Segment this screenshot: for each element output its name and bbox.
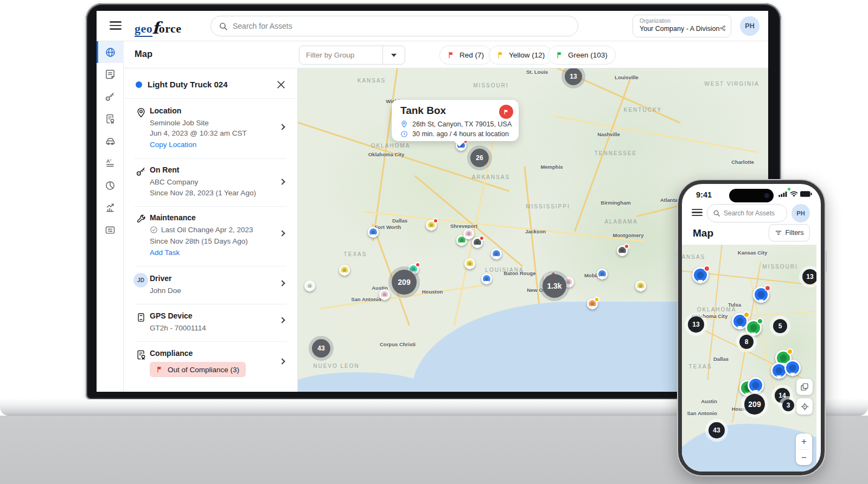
add-task-link[interactable]: Add Task bbox=[150, 249, 180, 257]
nav-analytics[interactable] bbox=[97, 197, 124, 219]
filter-yellow-flags[interactable]: Yellow (12) bbox=[489, 46, 553, 65]
nav-vehicles[interactable] bbox=[97, 130, 124, 152]
map-cluster[interactable]: 1.3k bbox=[542, 274, 566, 298]
name-list-icon: A bbox=[105, 158, 116, 169]
map-pin[interactable] bbox=[379, 289, 390, 300]
map-cluster[interactable]: 43 bbox=[312, 339, 330, 358]
nav-settings[interactable] bbox=[97, 219, 124, 241]
svg-text:A: A bbox=[106, 158, 110, 164]
map-cluster[interactable]: 26 bbox=[470, 149, 489, 167]
map-pin[interactable] bbox=[464, 258, 475, 269]
copy-location-link[interactable]: Copy Location bbox=[150, 141, 196, 149]
asset-header: Light Duty Truck 024 bbox=[124, 68, 297, 99]
gps-device-id: GT2h - 70001114 bbox=[150, 324, 206, 332]
section-title-on-rent: On Rent bbox=[150, 165, 179, 174]
map-label: KANSAS bbox=[682, 254, 705, 260]
user-avatar[interactable]: PH bbox=[740, 16, 760, 36]
map-cluster[interactable]: 209 bbox=[392, 270, 417, 295]
map-cluster[interactable]: 13 bbox=[802, 269, 816, 284]
map-pin[interactable] bbox=[617, 245, 628, 256]
chevron-right-icon[interactable] bbox=[279, 317, 285, 323]
close-icon[interactable] bbox=[276, 79, 286, 90]
compliance-doc-icon bbox=[136, 349, 146, 360]
chevron-right-icon[interactable] bbox=[279, 179, 285, 184]
map-cluster[interactable]: 5 bbox=[773, 319, 787, 333]
map-pin[interactable] bbox=[339, 265, 350, 276]
filter-green-flags[interactable]: Green (103) bbox=[548, 46, 616, 65]
asset-popup[interactable]: Tank Box 26th St, Canyon, TX 79015, USA … bbox=[392, 100, 519, 141]
adjustments-icon bbox=[105, 225, 116, 235]
search-input[interactable] bbox=[233, 22, 570, 30]
red-flag-icon bbox=[156, 366, 164, 373]
map-cluster[interactable]: 13 bbox=[565, 68, 582, 85]
map-pin[interactable] bbox=[748, 377, 764, 393]
filter-red-flags[interactable]: Red (7) bbox=[439, 46, 492, 65]
zoom-out-button[interactable]: − bbox=[796, 450, 812, 466]
map-pin[interactable] bbox=[784, 360, 801, 376]
map-canvas[interactable]: KANSASMISSOURIOKLAHOMATEXASKansas CityTu… bbox=[682, 245, 816, 472]
map-pin[interactable] bbox=[472, 237, 483, 248]
map-pin[interactable] bbox=[426, 220, 437, 231]
yellow-flag-icon bbox=[497, 51, 505, 59]
filters-button[interactable]: Filters bbox=[769, 224, 810, 241]
maintenance-since: Since Nov 28th (15 Days Ago) bbox=[150, 237, 248, 245]
group-filter-dropdown[interactable]: Filter by Group bbox=[299, 46, 405, 65]
locate-button[interactable] bbox=[796, 398, 813, 415]
nav-rentals[interactable] bbox=[97, 86, 124, 107]
menu-icon[interactable] bbox=[110, 21, 122, 30]
nav-drivers[interactable]: A bbox=[97, 152, 124, 174]
green-flag-icon bbox=[556, 51, 564, 59]
vehicle-icon bbox=[105, 136, 116, 147]
location-site: Seminole Job Site bbox=[150, 119, 209, 127]
map-pin[interactable] bbox=[692, 267, 709, 283]
map-pin[interactable] bbox=[745, 320, 762, 336]
nav-compliance[interactable] bbox=[97, 108, 124, 130]
chevron-right-icon[interactable] bbox=[279, 280, 285, 286]
map-label: San Antonio bbox=[687, 410, 717, 416]
map-cluster[interactable]: 3 bbox=[782, 399, 794, 411]
asset-search[interactable] bbox=[707, 204, 787, 222]
map-pin[interactable] bbox=[597, 269, 608, 279]
section-title-gps: GPS Device bbox=[150, 311, 193, 320]
pin-status-dot bbox=[757, 318, 763, 324]
pin-status-dot bbox=[624, 244, 629, 249]
map-pin[interactable] bbox=[635, 281, 646, 291]
gps-device-icon bbox=[136, 312, 146, 323]
map-pin[interactable] bbox=[304, 281, 315, 291]
map-cluster[interactable]: 8 bbox=[739, 335, 754, 349]
nav-utilization[interactable] bbox=[97, 175, 124, 196]
driver-name: John Doe bbox=[150, 286, 181, 295]
asset-search[interactable] bbox=[210, 16, 578, 36]
map-pin[interactable] bbox=[491, 249, 502, 259]
map-pin[interactable] bbox=[753, 286, 769, 303]
analytics-icon bbox=[105, 202, 116, 213]
map-pin[interactable] bbox=[587, 298, 598, 309]
map-cluster[interactable]: 209 bbox=[744, 394, 765, 415]
map-pin[interactable] bbox=[368, 227, 379, 238]
nav-notes[interactable] bbox=[97, 63, 124, 85]
layers-icon bbox=[800, 383, 809, 391]
map-cluster[interactable]: 13 bbox=[688, 316, 704, 333]
check-circle-icon bbox=[150, 226, 158, 234]
pin-status-dot bbox=[743, 311, 750, 318]
laptop-screen: geoforce Organization Your Company - A D… bbox=[97, 11, 768, 392]
globe-icon bbox=[105, 47, 116, 58]
chevron-right-icon[interactable] bbox=[279, 358, 285, 364]
map-pin[interactable] bbox=[463, 228, 474, 239]
location-timestamp: Jun 4, 2023 @ 10:32 am CST bbox=[150, 129, 247, 137]
section-title-compliance: Compliance bbox=[150, 349, 193, 358]
menu-icon[interactable] bbox=[692, 209, 703, 216]
search-input[interactable] bbox=[724, 209, 778, 217]
popup-red-flag-button[interactable] bbox=[499, 105, 513, 119]
user-avatar[interactable]: PH bbox=[792, 204, 810, 222]
chevron-right-icon[interactable] bbox=[279, 124, 285, 130]
chevron-right-icon[interactable] bbox=[279, 230, 285, 236]
organization-selector[interactable]: Organization Your Company - A Division bbox=[633, 15, 731, 37]
layers-button[interactable] bbox=[796, 379, 813, 395]
map-pin[interactable] bbox=[481, 273, 492, 284]
wifi-icon bbox=[790, 191, 798, 197]
nav-map[interactable] bbox=[97, 41, 124, 63]
map-cluster[interactable]: 43 bbox=[709, 422, 725, 438]
zoom-in-button[interactable]: + bbox=[796, 434, 812, 449]
map-toolbar: Map Filter by Group Red (7) Yellow (12) … bbox=[124, 41, 768, 68]
